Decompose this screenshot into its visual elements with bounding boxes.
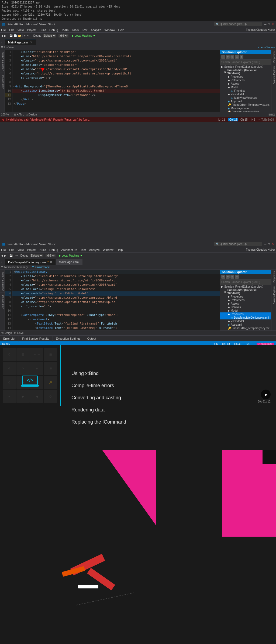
menu2-edit[interactable]: Edit	[9, 248, 14, 251]
debug-mode-select[interactable]: Debug	[43, 34, 56, 38]
se-item-project[interactable]: ▶FriendEditor (Universal Windows)	[220, 69, 271, 75]
toolbar-run[interactable]: ▶ Local Machine ▼	[72, 34, 95, 37]
menu-item-compile-errors[interactable]: Compile-time errors	[71, 380, 265, 392]
se2-item-properties[interactable]: ▶Properties	[220, 295, 271, 298]
se-item-solution[interactable]: ▶Solution 'FriendEditor' (1 project)	[220, 65, 271, 69]
menu-item-converting[interactable]: Converting and casting	[71, 392, 265, 404]
se-item-pfx[interactable]: 🔑FriendEditor_TemporaryKey.pfx	[220, 103, 271, 107]
menu-team[interactable]: Team	[61, 28, 69, 32]
se-btn-2[interactable]: ⚙	[226, 55, 230, 59]
se-item-friendcs[interactable]: ⬡Friend.cs	[220, 89, 271, 93]
menu-view[interactable]: View	[18, 28, 24, 32]
toolbar2-save[interactable]: 💾	[9, 254, 13, 257]
se-item-viewmodel[interactable]: ▶ViewModel	[220, 93, 271, 96]
se-search-input-bottom[interactable]	[221, 281, 270, 284]
maximize-btn[interactable]: □	[268, 23, 270, 26]
tab-datatemplatedict[interactable]: DataTemplateDictionary.xaml * ✕	[5, 259, 56, 265]
se2-item-viewmodel[interactable]: ▶ViewModel	[220, 319, 271, 323]
se2-item-references[interactable]: ▶References	[220, 298, 271, 302]
toolbar-save[interactable]: 💾	[9, 34, 13, 37]
menu2-help[interactable]: Help	[117, 248, 123, 251]
xaml-view-tab[interactable]: ⊞ XAML	[14, 113, 24, 116]
menu2-window[interactable]: Window	[103, 248, 113, 251]
menu-edit[interactable]: Edit	[9, 28, 14, 32]
se2-item-datadict[interactable]: ◈DataTemplateDictionary.xaml	[220, 316, 271, 319]
se-item-mainpagexaml[interactable]: ◈MainPage.xaml	[220, 107, 271, 110]
menu2-view[interactable]: View	[18, 248, 24, 251]
toolbar2-back[interactable]: ◀	[1, 254, 3, 257]
se-item-assets[interactable]: ▶Assets	[220, 82, 271, 86]
toolbar-open[interactable]: 📂	[18, 34, 21, 37]
se-item-manifest[interactable]: 📋Package.appxmanifest	[220, 110, 271, 112]
error-list-tab[interactable]: Error List	[0, 336, 19, 342]
toolbar-fwd[interactable]: ▶	[4, 34, 6, 37]
se-btn-4[interactable]: ☰	[235, 55, 239, 59]
minimize-btn-2[interactable]: ─	[264, 243, 267, 246]
context-tab-datasources-2[interactable]: Data Sources	[0, 293, 5, 311]
se-item-references[interactable]: ▶References	[220, 79, 271, 82]
properties-tab-top[interactable]: Properties	[271, 50, 276, 64]
menu-build[interactable]: Build	[40, 28, 46, 32]
se2-item-controls[interactable]: ▶Controls	[220, 305, 271, 309]
toolbar2-run[interactable]: ▶ Local Machine ▼	[59, 254, 82, 257]
maximize-btn-2[interactable]: □	[268, 243, 270, 246]
se2-item-assets[interactable]: ▶Assets	[220, 302, 271, 305]
se2-btn-2[interactable]: ⚙	[226, 275, 230, 279]
toolbar-new[interactable]: 📄	[14, 34, 17, 37]
se2-item-solution[interactable]: ▶Solution 'FriendEditor' (1 project)	[220, 285, 271, 288]
code-area-bottom[interactable]: <ResourceDictionary x:Class="FriendEdito…	[12, 270, 220, 330]
menu-test[interactable]: Test	[82, 28, 87, 32]
properties-tab-bottom[interactable]: Properties	[271, 270, 276, 284]
close-btn-2[interactable]: ✕	[271, 242, 274, 246]
se-btn-1[interactable]: ⬅	[221, 55, 225, 59]
debug2-select[interactable]: Debug	[30, 254, 43, 257]
menu2-test[interactable]: Test	[80, 248, 86, 251]
split-view-btns[interactable]: ⊟⊞⊡	[268, 113, 275, 116]
toolbar2-fwd[interactable]: ▶	[4, 254, 6, 257]
items-source-link[interactable]: × ItemsSource	[257, 46, 275, 49]
toolbar2-undo[interactable]: ↩	[15, 254, 18, 257]
tab-close-datadict[interactable]: ✕	[50, 260, 52, 264]
platform2-select[interactable]: x86	[46, 254, 56, 257]
output-tab[interactable]: Output	[84, 336, 99, 342]
quick-launch-2[interactable]: 🔍 Quick Launch (Ctrl+Q)	[214, 242, 262, 246]
solution-explorer-tab-top[interactable]: Solution Explorer	[271, 64, 276, 86]
se-item-properties[interactable]: ▶Properties	[220, 75, 271, 79]
xaml-tab-bottom[interactable]: ⊞ XAML	[14, 332, 24, 335]
se2-item-model[interactable]: ▶Model	[220, 309, 271, 312]
menu-debug[interactable]: Debug	[49, 28, 58, 32]
menu-window[interactable]: Window	[104, 28, 115, 32]
menu-item-rendering[interactable]: Rendering data	[71, 404, 265, 416]
menu-file[interactable]: File	[1, 28, 6, 32]
se2-item-pfx[interactable]: 🔑FriendEditor_TemporaryKey.pfx	[220, 326, 271, 330]
menu-analyze[interactable]: Analyze	[91, 28, 101, 32]
video-play-button[interactable]	[261, 390, 271, 399]
design-tab-bottom[interactable]: □ Design	[1, 332, 12, 335]
se-search-top[interactable]	[220, 60, 271, 65]
context-tab-datasources[interactable]: Data Sources	[0, 73, 5, 91]
menu-help[interactable]: Help	[118, 28, 125, 32]
minimize-btn[interactable]: ─	[264, 23, 267, 26]
code-area-top[interactable]: x:Class="FriendEditor.MainPage" xmlns="h…	[12, 50, 220, 112]
close-btn[interactable]: ✕	[271, 22, 274, 26]
se2-btn-1[interactable]: ⬅	[221, 275, 225, 279]
se2-btn-4[interactable]: ☰	[235, 275, 239, 279]
toolbar-undo[interactable]: ↩	[24, 34, 26, 37]
exception-settings-tab[interactable]: Exception Settings	[53, 336, 84, 342]
context-tab-docoutline-2[interactable]: Document Outline	[0, 270, 5, 293]
toolbar-redo[interactable]: ↪	[27, 34, 29, 37]
se-btn-5[interactable]: ▶	[240, 55, 243, 59]
se-item-mainviewmodel[interactable]: ⬡MainViewModel.cs	[220, 96, 271, 100]
se-item-appxaml[interactable]: ◈App.xaml	[220, 100, 271, 103]
menu-tools[interactable]: Tools	[72, 28, 79, 32]
menu2-file[interactable]: File	[1, 248, 6, 251]
platform-select[interactable]: x86	[58, 34, 68, 38]
menu2-project[interactable]: Project	[27, 248, 36, 251]
se-search-input-top[interactable]	[221, 61, 270, 64]
menu2-analyze[interactable]: Analyze	[89, 248, 99, 251]
tab-close-mainpage[interactable]: ✕	[30, 40, 33, 44]
se-item-model[interactable]: ▶Model	[220, 86, 271, 89]
menu2-debug[interactable]: Debug	[49, 248, 58, 251]
context-tab-docoutline[interactable]: Document Outline	[0, 50, 5, 73]
se-search-bottom[interactable]	[220, 280, 271, 285]
